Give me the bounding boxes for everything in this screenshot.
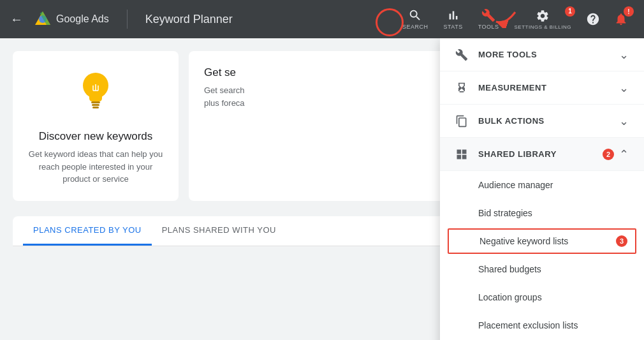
negative-keyword-lists-item[interactable]: Negative keyword lists 3 [448, 228, 636, 254]
tools-icon [481, 8, 495, 22]
location-groups-item[interactable]: Location groups [440, 283, 644, 311]
measurement-chevron: ⌄ [619, 81, 629, 95]
back-button[interactable]: ← [10, 12, 23, 27]
placement-exclusion-lists-label: Placement exclusion lists [478, 320, 578, 330]
logo-text: Google Ads [56, 13, 109, 25]
main-content: Discover new keywords Get keyword ideas … [0, 38, 644, 340]
header-divider [127, 10, 128, 29]
more-tools-item[interactable]: MORE TOOLS ⌄ [440, 38, 644, 71]
more-tools-label: MORE TOOLS [478, 50, 619, 59]
help-icon [586, 12, 600, 26]
lightbulb-icon [70, 66, 121, 117]
bulk-actions-label: BULK ACTIONS [478, 116, 619, 126]
measurement-label: MEASUREMENT [478, 83, 619, 92]
header-right: SEARCH STATS TOOLS SETTINGS & BILLING 1 … [396, 4, 634, 34]
wrench-icon [455, 48, 468, 61]
header: ← Google Ads Keyword Planner SEARCH STAT… [0, 0, 644, 38]
shared-library-badge: 2 [603, 149, 614, 160]
placement-exclusion-lists-item[interactable]: Placement exclusion lists [440, 311, 644, 339]
tab-plans-shared[interactable]: PLANS SHARED WITH YOU [152, 216, 286, 246]
tools-label: TOOLS [478, 24, 499, 30]
discover-card-desc: Get keyword ideas that can help you reac… [28, 148, 163, 186]
bid-strategies-label: Bid strategies [478, 208, 532, 218]
tools-dropdown: MORE TOOLS ⌄ MEASUREMENT ⌄ BULK ACTIONS … [440, 38, 644, 340]
stats-label: STATS [444, 24, 463, 30]
audience-manager-label: Audience manager [478, 180, 553, 190]
search-label: SEARCH [402, 24, 428, 30]
settings-label: SETTINGS & BILLING [515, 24, 571, 30]
lightbulb-icon-container [70, 66, 121, 120]
shared-library-label: SHARED LIBRARY [478, 149, 603, 159]
shared-budgets-label: Shared budgets [478, 264, 541, 274]
measurement-item[interactable]: MEASUREMENT ⌄ [440, 71, 644, 105]
bid-strategies-item[interactable]: Bid strategies [440, 199, 644, 227]
header-left: ← Google Ads Keyword Planner [10, 10, 233, 29]
hourglass-icon [455, 82, 468, 94]
grid-icon [455, 148, 468, 161]
svg-rect-6 [92, 107, 99, 108]
google-ads-logo: Google Ads [33, 10, 109, 29]
bulk-actions-chevron: ⌄ [619, 114, 629, 128]
search-button[interactable]: SEARCH [396, 4, 435, 34]
discover-card-title: Discover new keywords [39, 130, 153, 143]
search-icon [408, 8, 422, 22]
settings-icon [536, 9, 550, 23]
svg-rect-5 [92, 104, 99, 106]
logo-icon [33, 10, 52, 29]
help-button[interactable] [580, 6, 606, 32]
copy-icon [455, 115, 468, 128]
shared-library-item[interactable]: SHARED LIBRARY 2 ⌃ [440, 138, 644, 171]
tools-button[interactable]: TOOLS [472, 4, 506, 34]
settings-badge: 1 [565, 6, 575, 17]
notification-badge: ! [624, 6, 634, 17]
negative-keyword-lists-label: Negative keyword lists [479, 236, 611, 246]
negative-keyword-badge: 3 [616, 235, 627, 247]
stats-button[interactable]: STATS [437, 4, 469, 34]
page-title: Keyword Planner [145, 13, 233, 26]
stats-icon [446, 8, 460, 22]
notification-button[interactable]: ! [608, 6, 634, 32]
svg-rect-4 [91, 101, 100, 103]
audience-manager-item[interactable]: Audience manager [440, 171, 644, 199]
tab-plans-created[interactable]: PLANS CREATED BY YOU [23, 216, 152, 246]
shared-library-chevron: ⌃ [619, 147, 629, 161]
discover-keywords-card[interactable]: Discover new keywords Get keyword ideas … [13, 51, 179, 201]
bulk-actions-item[interactable]: BULK ACTIONS ⌄ [440, 105, 644, 138]
more-tools-chevron: ⌄ [619, 48, 629, 62]
settings-button[interactable]: SETTINGS & BILLING 1 [508, 5, 578, 34]
shared-budgets-item[interactable]: Shared budgets [440, 255, 644, 283]
location-groups-label: Location groups [478, 292, 542, 302]
